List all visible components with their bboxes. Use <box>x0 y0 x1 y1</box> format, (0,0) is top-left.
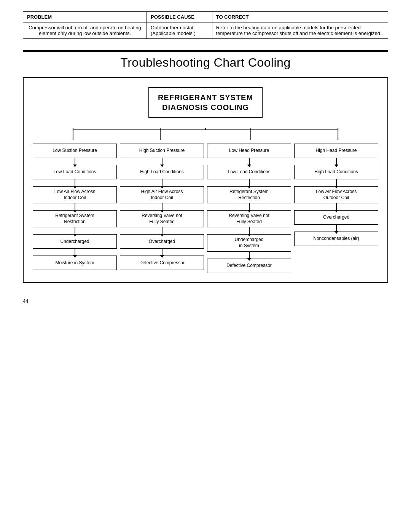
arrow-col2-3 <box>162 203 162 210</box>
col-header-correct: TO CORRECT <box>212 12 388 22</box>
page-number: 44 <box>23 298 388 304</box>
flowchart-container: REFRIGERANT SYSTEM DIAGNOSIS COOLING Low… <box>23 77 388 283</box>
arrow-col1-3 <box>75 203 75 210</box>
arrow-col2-5 <box>162 249 162 256</box>
flow-box-col3-row1: Low Head Pressure <box>207 144 291 158</box>
cell-problem: Compressor will not turn off and operate… <box>23 22 147 39</box>
flow-box-col4-row1: High Head Pressure <box>294 144 378 158</box>
arrow-col4-2 <box>336 179 337 186</box>
arrow-col4-3 <box>336 203 337 210</box>
arrow-col2-2 <box>162 179 162 186</box>
section-divider <box>23 50 388 52</box>
arrow-col4-4 <box>336 225 337 232</box>
center-title-line1: REFRIGERANT SYSTEM <box>158 93 253 102</box>
arrow-col3-1 <box>249 158 250 165</box>
arrow-col3-2 <box>249 179 250 186</box>
flow-col-4: High Head Pressure High Load Conditions … <box>293 144 380 273</box>
arrow-col2-1 <box>162 158 162 165</box>
flow-box-col2-row3: High Air Flow AcrossIndoor Coil <box>120 186 204 203</box>
arrow-col1-1 <box>75 158 75 165</box>
arrow-col1-5 <box>75 249 75 256</box>
flow-box-col3-row5: Underchargedin System <box>207 234 291 251</box>
flow-box-col3-row4: Reversing Valve notFully Seated <box>207 210 291 227</box>
center-title-box: REFRIGERANT SYSTEM DIAGNOSIS COOLING <box>148 87 263 118</box>
cell-cause: Outdoor thermostat. (Applicable models.) <box>147 22 212 39</box>
flowchart-grid: Low Suction Pressure Low Load Conditions… <box>31 144 380 273</box>
arrow-col3-3 <box>249 203 250 210</box>
arrow-col3-4 <box>249 227 250 234</box>
top-table: PROBLEM POSSIBLE CAUSE TO CORRECT Compre… <box>23 11 388 39</box>
arrow-col2-4 <box>162 227 162 234</box>
col-header-problem: PROBLEM <box>23 12 147 22</box>
flow-col-3: Low Head Pressure Low Load Conditions Re… <box>206 144 293 273</box>
arrow-col4-1 <box>336 158 337 165</box>
arrow-col3-5 <box>249 252 250 259</box>
flow-box-col1-row3: Low Air Flow AcrossIndoor Coil <box>33 186 117 203</box>
arrow-col1-2 <box>75 179 75 186</box>
flow-box-col4-row3: Low Air Flow AcrossOutdoor Coil <box>294 186 378 203</box>
flow-box-col2-row4: Reversing Valve notFully Seated <box>120 210 204 227</box>
center-title-line2: DIAGNOSIS COOLING <box>162 103 249 112</box>
flow-box-col2-row1: High Suction Pressure <box>120 144 204 158</box>
flow-box-col1-row4: Refrigerant SystemRestriction <box>33 210 117 227</box>
flow-col-1: Low Suction Pressure Low Load Conditions… <box>31 144 118 273</box>
flow-box-col1-row1: Low Suction Pressure <box>33 144 117 158</box>
connector-lines-svg <box>31 128 380 144</box>
chart-title: Troubleshooting Chart Cooling <box>23 56 388 70</box>
flow-col-2: High Suction Pressure High Load Conditio… <box>118 144 206 273</box>
table-row: Compressor will not turn off and operate… <box>23 22 388 39</box>
col-header-cause: POSSIBLE CAUSE <box>147 12 212 22</box>
cell-correct: Refer to the heating data on applicable … <box>212 22 388 39</box>
arrow-col1-4 <box>75 227 75 234</box>
flow-box-col3-row3: Refrigerant SystemRestriction <box>207 186 291 203</box>
